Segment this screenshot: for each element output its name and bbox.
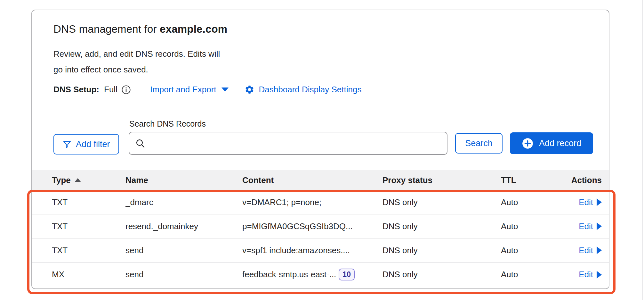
cell-ttl: Auto <box>501 197 565 207</box>
dns-management-page: DNS management for example.com Review, a… <box>0 0 644 300</box>
page-title-prefix: DNS management for <box>53 23 160 35</box>
table-row: TXT resend._domainkey p=MIGfMA0GCSqGSIb3… <box>32 214 609 238</box>
cell-proxy-status: DNS only <box>382 246 501 255</box>
edit-label: Edit <box>579 246 593 255</box>
add-record-label: Add record <box>539 138 581 148</box>
cell-type: TXT <box>52 197 125 207</box>
cell-name: resend._domainkey <box>125 221 242 231</box>
cell-content: v=DMARC1; p=none; <box>242 197 382 207</box>
cell-content-text: v=spf1 include:amazonses.... <box>242 246 350 255</box>
add-filter-button[interactable]: Add filter <box>53 134 119 154</box>
search-box <box>129 132 447 155</box>
cell-content: p=MIGfMA0GCSqGSIb3DQ... <box>242 221 382 231</box>
edit-arrow-icon <box>597 246 602 254</box>
cell-content-text: feedback-smtp.us-east-... <box>242 270 336 279</box>
column-header-type-label: Type <box>52 175 71 185</box>
cell-actions: Edit <box>565 197 602 207</box>
edit-record-link[interactable]: Edit <box>579 197 602 207</box>
column-header-type[interactable]: Type <box>52 175 125 185</box>
filter-funnel-icon <box>62 140 72 149</box>
cell-actions: Edit <box>565 221 602 231</box>
page-title: DNS management for example.com <box>53 23 227 35</box>
cell-name: send <box>125 270 242 279</box>
column-header-ttl: TTL <box>501 175 565 185</box>
edit-record-link[interactable]: Edit <box>579 221 602 231</box>
edit-arrow-icon <box>597 222 602 230</box>
dns-setup-value: Full <box>104 85 117 95</box>
cell-content: v=spf1 include:amazonses.... <box>242 246 382 255</box>
edit-label: Edit <box>579 270 593 279</box>
cell-ttl: Auto <box>501 246 565 255</box>
viewport-edge-line <box>642 0 643 300</box>
info-circle-icon[interactable] <box>121 85 131 95</box>
cell-actions: Edit <box>565 246 602 255</box>
cell-name: send <box>125 246 242 255</box>
chevron-down-icon <box>221 88 229 92</box>
table-row: MX send feedback-smtp.us-east-... 10 DNS… <box>32 262 609 287</box>
table-body: TXT _dmarc v=DMARC1; p=none; DNS only Au… <box>32 190 609 287</box>
priority-badge: 10 <box>339 269 355 280</box>
cell-type: TXT <box>52 246 125 255</box>
edit-record-link[interactable]: Edit <box>579 270 602 279</box>
edit-arrow-icon <box>597 271 602 279</box>
cell-actions: Edit <box>565 270 602 279</box>
page-subtitle-line1: Review, add, and edit DNS records. Edits… <box>53 46 220 62</box>
cell-ttl: Auto <box>501 270 565 279</box>
cell-type: MX <box>52 270 125 279</box>
dns-setup-row: DNS Setup: Full Import and Export Dashbo… <box>53 85 361 95</box>
dns-records-table: Type Name Content Proxy status TTL Actio… <box>32 170 609 287</box>
dashboard-display-settings-link[interactable]: Dashboard Display Settings <box>259 85 362 95</box>
column-header-actions: Actions <box>565 175 602 185</box>
edit-label: Edit <box>579 221 593 231</box>
column-header-name: Name <box>125 175 242 185</box>
cell-content-text: p=MIGfMA0GCSqGSIb3DQ... <box>242 221 353 231</box>
cell-ttl: Auto <box>501 221 565 231</box>
import-export-label: Import and Export <box>150 85 216 95</box>
table-header-row: Type Name Content Proxy status TTL Actio… <box>32 170 609 190</box>
page-subtitle-line2: go into effect once saved. <box>53 62 220 78</box>
search-input[interactable] <box>149 132 441 154</box>
page-subtitle: Review, add, and edit DNS records. Edits… <box>53 46 220 78</box>
cell-proxy-status: DNS only <box>382 221 501 231</box>
sort-ascending-icon <box>75 178 81 182</box>
search-button[interactable]: Search <box>455 133 503 154</box>
cell-content: feedback-smtp.us-east-... 10 <box>242 269 382 280</box>
column-header-proxy-status: Proxy status <box>382 175 501 185</box>
cell-type: TXT <box>52 221 125 231</box>
search-field-label: Search DNS Records <box>129 119 206 129</box>
cell-name: _dmarc <box>125 197 242 207</box>
edit-record-link[interactable]: Edit <box>579 246 602 255</box>
dns-management-card: DNS management for example.com Review, a… <box>31 10 609 289</box>
cell-proxy-status: DNS only <box>382 197 501 207</box>
import-export-dropdown[interactable]: Import and Export <box>150 85 229 95</box>
column-header-content: Content <box>242 175 382 185</box>
add-filter-label: Add filter <box>76 139 110 149</box>
edit-arrow-icon <box>597 198 602 206</box>
plus-circle-icon <box>522 138 534 149</box>
dns-setup-label: DNS Setup: <box>53 85 99 95</box>
table-row: TXT send v=spf1 include:amazonses.... DN… <box>32 238 609 262</box>
cell-proxy-status: DNS only <box>382 270 501 279</box>
table-row: TXT _dmarc v=DMARC1; p=none; DNS only Au… <box>32 190 609 214</box>
edit-label: Edit <box>579 197 593 207</box>
add-record-button[interactable]: Add record <box>510 132 593 154</box>
gear-icon <box>245 85 254 95</box>
search-icon <box>135 138 145 148</box>
page-title-domain: example.com <box>160 23 227 35</box>
cell-content-text: v=DMARC1; p=none; <box>242 197 321 207</box>
